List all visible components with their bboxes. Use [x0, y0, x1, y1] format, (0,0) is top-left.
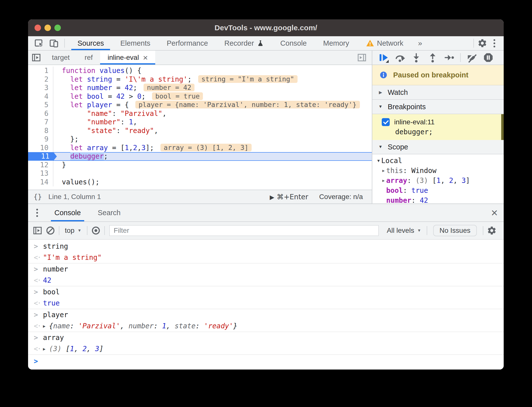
line-number[interactable]: 4 [28, 92, 53, 101]
code-token: , [74, 345, 82, 353]
debugger-sidebar-toggle-icon[interactable] [355, 52, 368, 64]
console-command-row[interactable]: >player [28, 309, 504, 320]
chevron-right-icon[interactable]: ▶ [381, 166, 386, 176]
file-tab-inline-eval[interactable]: inline-eval× [100, 51, 155, 65]
chevron-right-icon[interactable]: ▶ [378, 90, 383, 95]
step-over-icon[interactable] [394, 52, 406, 63]
code-token: : [403, 186, 411, 196]
code-token: , [154, 127, 158, 135]
console-sidebar-toggle-icon[interactable] [31, 225, 44, 237]
line-number[interactable]: 1 [28, 67, 53, 75]
console-command-row[interactable]: >number [28, 263, 504, 275]
line-number[interactable]: 14 [28, 178, 53, 187]
tab-performance[interactable]: Performance [158, 36, 216, 50]
step-into-icon[interactable] [411, 52, 422, 63]
sources-panel: targetrefinline-eval× 1function values()… [28, 51, 504, 204]
code-line: 3 let number = 42;number = 42 [28, 84, 372, 92]
code-token: 42 [43, 276, 51, 284]
deactivate-breakpoints-icon[interactable] [466, 52, 478, 63]
console-menu-icon[interactable] [32, 209, 42, 217]
chevron-down-icon[interactable]: ▼ [378, 144, 383, 149]
tab-recorder[interactable]: Recorder [216, 36, 272, 50]
console-tab-search[interactable]: Search [89, 204, 129, 221]
scope-row[interactable]: bool: true [372, 186, 504, 196]
code-token: , [453, 176, 462, 186]
chevron-down-icon[interactable]: ▼ [378, 104, 383, 109]
context-selector[interactable]: top ▼ [61, 227, 85, 235]
line-number[interactable]: 13 [28, 169, 53, 178]
console-result-row[interactable]: <·▶{name: 'Parzival', number: 1, state: … [28, 320, 504, 332]
console-command-row[interactable]: >array [28, 332, 504, 343]
close-tab-icon[interactable]: × [143, 53, 148, 62]
console-tab-console[interactable]: Console [46, 204, 89, 221]
console-result-row[interactable]: <·▶(3) [1, 2, 3] [28, 343, 504, 354]
scope-row[interactable]: ▶this: Window [372, 166, 504, 176]
scope-row[interactable]: ▶array: (3) [1, 2, 3] [372, 176, 504, 186]
clear-console-icon[interactable] [44, 225, 57, 237]
line-number[interactable]: 12 [28, 161, 53, 170]
line-number[interactable]: 2 [28, 75, 53, 84]
breakpoint-entry[interactable]: inline-eval:11 debugger; [372, 114, 504, 140]
console-result-row[interactable]: <·true [28, 298, 504, 309]
more-tabs-button[interactable]: » [412, 39, 429, 47]
line-number[interactable]: 3 [28, 84, 53, 92]
step-icon[interactable] [443, 52, 455, 63]
file-tab-target[interactable]: target [44, 51, 77, 65]
expand-triangle-icon[interactable]: ▶ [43, 346, 45, 351]
line-number[interactable]: 5 [28, 101, 53, 109]
console-settings-gear-icon[interactable] [485, 225, 498, 237]
console-result-row[interactable]: <·42 [28, 275, 504, 286]
expand-triangle-icon[interactable]: ▶ [43, 324, 45, 329]
toolbar-separator [460, 53, 461, 62]
tab-memory[interactable]: Memory [315, 36, 357, 50]
line-number[interactable]: 8 [28, 127, 53, 135]
scrollbar-thumb[interactable] [501, 114, 504, 140]
file-tab-ref[interactable]: ref [77, 51, 100, 65]
console-command-row[interactable]: >bool [28, 286, 504, 298]
breakpoint-checkbox[interactable] [382, 118, 390, 126]
code-token: ] [466, 176, 470, 186]
close-icon[interactable]: × [491, 204, 498, 221]
code-token: values [62, 178, 87, 186]
resume-script-icon[interactable] [378, 52, 389, 63]
breakpoints-section-header[interactable]: ▼ Breakpoints [372, 100, 504, 114]
tab-elements[interactable]: Elements [112, 36, 158, 50]
scope-section-header[interactable]: ▼ Scope [372, 140, 504, 154]
code-line-text: let string = 'I\'m a string';string = "I… [53, 75, 298, 84]
line-number[interactable]: 9 [28, 135, 53, 144]
code-token: Window [411, 166, 436, 176]
pause-on-exceptions-icon[interactable] [483, 52, 494, 63]
log-levels-selector[interactable]: All levels ▼ [383, 227, 424, 235]
no-issues-button[interactable]: No Issues [433, 225, 477, 236]
tab-console[interactable]: Console [272, 36, 315, 50]
code-token: 'ready' [204, 322, 233, 330]
watch-section-header[interactable]: ▶ Watch [372, 85, 504, 100]
line-number[interactable]: 6 [28, 109, 53, 118]
eye-icon[interactable] [89, 225, 102, 237]
pretty-print-icon[interactable]: {} [34, 193, 42, 201]
line-number[interactable]: 11 [28, 152, 53, 161]
code-token: ; [141, 92, 146, 101]
console-output[interactable]: >string<·"I'm a string">number<·42>bool<… [28, 240, 504, 370]
chevron-down-icon[interactable]: ▼ [376, 156, 381, 166]
chevron-right-icon[interactable]: ▶ [381, 176, 386, 186]
scope-row[interactable]: ▼Local [372, 156, 504, 166]
console-command-row[interactable]: >string [28, 241, 504, 252]
settings-gear-icon[interactable] [476, 37, 489, 49]
code-editor[interactable]: 1function values() {2 let string = 'I\'m… [28, 65, 372, 190]
step-out-icon[interactable] [427, 52, 438, 63]
line-number[interactable]: 7 [28, 118, 53, 127]
navigator-toggle-icon[interactable] [28, 51, 44, 65]
line-number[interactable]: 10 [28, 144, 53, 152]
device-toolbar-icon[interactable] [47, 37, 60, 49]
filter-input[interactable] [109, 225, 379, 236]
scope-row[interactable]: number: 42 [372, 196, 504, 204]
tab-sources[interactable]: Sources [69, 36, 112, 50]
more-options-icon[interactable] [489, 37, 500, 49]
console-result-row[interactable]: <·"I'm a string" [28, 252, 504, 263]
console-prompt-row[interactable]: > [28, 354, 504, 367]
editor-status-bar: {} Line 1, Column 1 ▶⌘+Enter Coverage: n… [28, 190, 372, 204]
resume-dropdown-icon[interactable] [386, 60, 389, 63]
tab-network[interactable]: Network [357, 36, 412, 50]
inspect-element-icon[interactable] [33, 37, 45, 49]
